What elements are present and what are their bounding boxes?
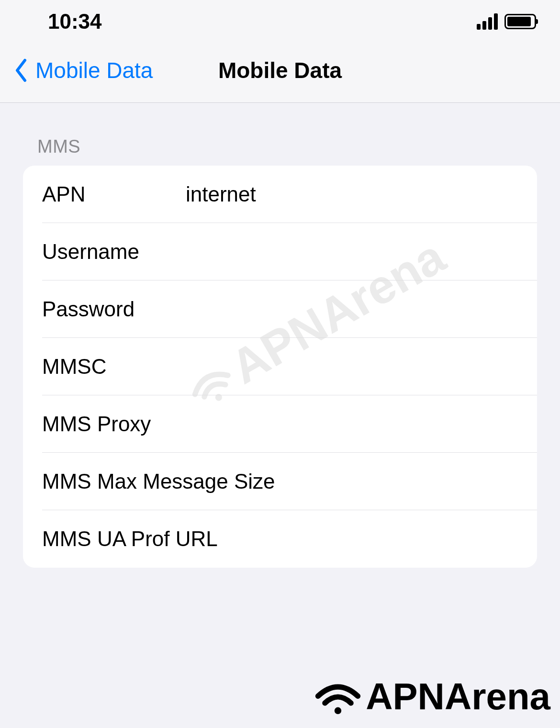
status-time: 10:34: [48, 10, 102, 34]
cellular-signal-icon: [477, 13, 498, 30]
mms-proxy-row[interactable]: MMS Proxy: [23, 395, 537, 453]
svg-point-1: [335, 707, 341, 714]
apn-row[interactable]: APN: [23, 166, 537, 223]
password-input[interactable]: [186, 297, 518, 321]
wifi-icon: [314, 678, 362, 716]
username-input[interactable]: [186, 240, 518, 264]
mms-max-size-row[interactable]: MMS Max Message Size: [23, 453, 537, 510]
mmsc-label: MMSC: [42, 355, 186, 379]
username-label: Username: [42, 240, 186, 264]
mms-proxy-label: MMS Proxy: [42, 412, 186, 436]
mmsc-row[interactable]: MMSC: [23, 338, 537, 395]
apn-input[interactable]: [186, 182, 518, 206]
status-bar: 10:34: [0, 0, 560, 43]
mms-ua-prof-input[interactable]: [218, 527, 518, 551]
password-row[interactable]: Password: [23, 280, 537, 338]
status-indicators: [477, 13, 536, 30]
back-label: Mobile Data: [35, 57, 153, 83]
page-title: Mobile Data: [218, 57, 342, 83]
back-button[interactable]: Mobile Data: [14, 57, 153, 83]
mmsc-input[interactable]: [186, 355, 518, 379]
mms-ua-prof-label: MMS UA Prof URL: [42, 527, 218, 551]
settings-group: APN Username Password MMSC MMS Proxy MMS…: [23, 166, 537, 568]
navigation-bar: Mobile Data Mobile Data: [0, 43, 560, 103]
mms-max-size-input[interactable]: [275, 470, 537, 493]
username-row[interactable]: Username: [23, 223, 537, 280]
content-area: MMS APN Username Password MMSC MMS Proxy: [0, 103, 560, 568]
mms-proxy-input[interactable]: [186, 412, 518, 436]
password-label: Password: [42, 297, 186, 321]
mms-max-size-label: MMS Max Message Size: [42, 470, 275, 493]
mms-ua-prof-row[interactable]: MMS UA Prof URL: [23, 510, 537, 568]
section-header: MMS: [23, 136, 537, 157]
footer-watermark-text: APNArena: [366, 675, 550, 718]
chevron-back-icon: [14, 58, 29, 82]
battery-icon: [504, 14, 536, 29]
apn-label: APN: [42, 182, 186, 206]
footer-watermark: APNArena: [314, 665, 560, 728]
